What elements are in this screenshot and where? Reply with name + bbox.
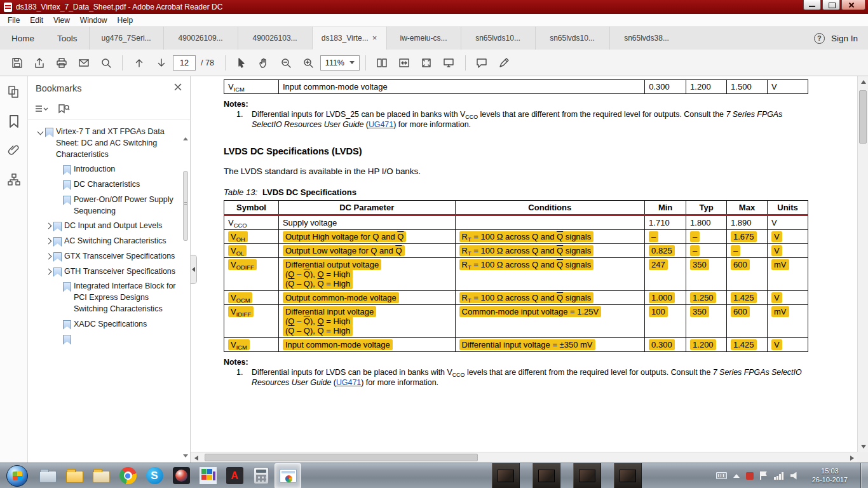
taskbar-media-button[interactable] (168, 463, 194, 488)
doc-tab[interactable]: sn65lvds10... (461, 27, 535, 50)
close-button[interactable] (841, 0, 865, 10)
bookmark-item[interactable]: Virtex-7 T and XT FPGAs Data Sheet: DC a… (28, 125, 181, 162)
fit-width-button[interactable] (394, 53, 415, 72)
taskbar-chart-app-button[interactable] (194, 463, 221, 488)
fit-page-button[interactable] (416, 53, 437, 72)
menu-file[interactable]: File (3, 15, 25, 26)
email-button[interactable] (73, 53, 94, 72)
bookmark-item[interactable]: DC Characteristics (28, 177, 181, 193)
doc-tab[interactable]: iw-emeiu-cs... (386, 27, 461, 50)
scrollbar-thumb[interactable] (183, 171, 188, 241)
taskbar-snipping-button[interactable] (275, 463, 301, 488)
taskbar-explorer-button[interactable] (34, 463, 61, 488)
scrollbar-thumb[interactable] (859, 90, 867, 144)
zoom-in-button[interactable] (298, 53, 319, 72)
minimize-button[interactable] (803, 0, 821, 10)
doc-tab-active[interactable]: ds183_Virte... × (312, 27, 386, 50)
tray-adobe-icon[interactable] (746, 472, 754, 480)
scroll-up-icon[interactable] (183, 137, 188, 140)
presentation-mode-button[interactable] (438, 53, 459, 72)
cell-text: V (771, 231, 782, 242)
doc-tab[interactable]: ug476_7Seri... (89, 27, 163, 50)
vertical-scrollbar[interactable] (857, 76, 868, 452)
zoom-out-button[interactable] (276, 53, 297, 72)
taskbar-calculator-button[interactable] (248, 463, 275, 488)
attachments-button[interactable] (7, 144, 21, 160)
help-icon[interactable]: ? (814, 33, 825, 44)
select-tool-button[interactable] (231, 53, 252, 72)
start-button[interactable] (4, 463, 30, 488)
close-tab-icon[interactable]: × (372, 33, 377, 43)
taskbar-acrobat-button[interactable]: A (221, 463, 248, 488)
share-button[interactable] (29, 53, 50, 72)
two-page-view-button[interactable] (372, 53, 393, 72)
touch-keyboard-icon[interactable] (716, 472, 727, 479)
tab-tools[interactable]: Tools (46, 27, 89, 50)
bookmarks-panel-button[interactable] (7, 114, 21, 131)
volume-icon[interactable] (790, 472, 799, 480)
show-hidden-icons-button[interactable] (733, 474, 740, 478)
taskbar-chrome-button[interactable] (114, 463, 141, 488)
sign-in-button[interactable]: Sign In (831, 34, 858, 43)
bookmark-item-partial[interactable] (28, 332, 181, 346)
chevron-right-icon[interactable] (46, 268, 52, 274)
scroll-down-button[interactable] (858, 441, 868, 452)
scrollbar-thumb[interactable] (205, 454, 478, 461)
menu-help[interactable]: Help (112, 15, 139, 26)
scroll-right-button[interactable] (846, 452, 857, 463)
menu-window[interactable]: Window (75, 15, 112, 26)
doc-tab[interactable]: sn65lvds10... (535, 27, 609, 50)
print-button[interactable] (51, 53, 72, 72)
taskbar-documents-button[interactable] (88, 463, 114, 488)
chevron-right-icon[interactable] (46, 253, 52, 259)
chevron-right-icon[interactable] (46, 238, 52, 245)
tab-home[interactable]: Home (0, 27, 46, 50)
taskbar-folder-button[interactable] (61, 463, 88, 488)
bookmarks-scrollbar[interactable] (182, 137, 189, 458)
clock[interactable]: 15:03 26-10-2017 (806, 467, 854, 484)
next-page-button[interactable] (151, 53, 172, 72)
scroll-up-button[interactable] (858, 76, 868, 87)
find-current-bookmark-button[interactable] (57, 104, 70, 116)
taskbar-open-window-button[interactable] (573, 463, 601, 488)
bookmark-item[interactable]: AC Switching Characteristics (28, 234, 181, 249)
search-button[interactable] (95, 53, 116, 72)
doc-tab[interactable]: 490026109... (163, 27, 238, 50)
collapse-panel-button[interactable] (191, 255, 197, 284)
scroll-left-button[interactable] (191, 452, 201, 463)
doc-tab[interactable]: 490026103... (238, 27, 312, 50)
bookmark-options-button[interactable] (34, 104, 48, 116)
bookmark-item[interactable]: GTH Transceiver Specifications (28, 264, 181, 280)
action-center-flag-icon[interactable] (760, 471, 768, 480)
network-icon[interactable] (774, 472, 784, 480)
chevron-down-icon[interactable] (37, 129, 44, 135)
scroll-down-icon[interactable] (183, 454, 188, 458)
page-number-input[interactable] (173, 55, 196, 71)
zoom-level-select[interactable]: 111% (320, 55, 360, 71)
chevron-right-icon[interactable] (46, 223, 52, 229)
horizontal-scrollbar[interactable] (191, 452, 857, 463)
restore-button[interactable] (822, 0, 840, 10)
comment-button[interactable] (471, 53, 492, 72)
save-button[interactable] (6, 53, 27, 72)
bookmark-item[interactable]: DC Input and Output Levels (28, 219, 181, 234)
taskbar-open-window-button[interactable] (532, 463, 560, 488)
previous-page-button[interactable] (128, 53, 149, 72)
taskbar-skype-button[interactable]: S (141, 463, 168, 488)
taskbar-open-window-button[interactable] (614, 463, 642, 488)
hand-tool-button[interactable] (254, 53, 275, 72)
bookmark-item[interactable]: GTX Transceiver Specifications (28, 249, 181, 264)
show-desktop-button[interactable] (860, 463, 868, 488)
highlight-button[interactable] (494, 53, 515, 72)
bookmark-item[interactable]: Integrated Interface Block for PCI Expre… (28, 279, 181, 316)
close-panel-button[interactable] (173, 83, 182, 94)
bookmark-item[interactable]: XADC Specifications (28, 317, 181, 332)
page-thumbnails-button[interactable] (7, 85, 21, 102)
layers-button[interactable] (7, 173, 21, 189)
bookmark-item[interactable]: Introduction (28, 162, 181, 177)
menu-edit[interactable]: Edit (25, 15, 48, 26)
taskbar-open-window-button[interactable] (492, 463, 520, 488)
menu-view[interactable]: View (48, 15, 75, 26)
doc-tab[interactable]: sn65lvds38... (609, 27, 684, 50)
bookmark-item[interactable]: Power-On/Off Power Supply Sequencing (28, 193, 181, 219)
